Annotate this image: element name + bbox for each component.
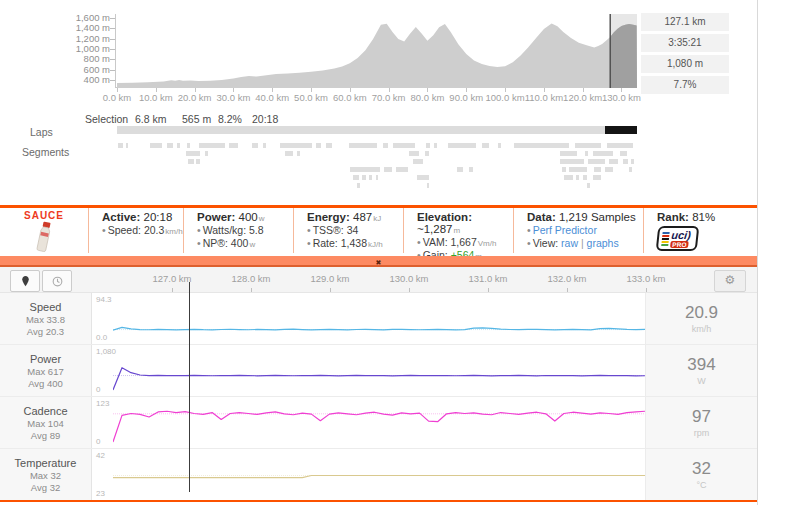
view-graphs-link[interactable]: graphs [587,237,619,249]
segment-effort-bar[interactable] [409,151,419,156]
cadence-line-chart[interactable] [113,401,645,444]
view-raw-link[interactable]: raw [561,237,578,249]
segment-effort-bar[interactable] [413,159,423,164]
segment-effort-bar[interactable] [188,159,194,164]
segment-effort-bar[interactable] [326,143,332,148]
map-marker-button[interactable] [10,270,40,292]
segment-effort-bar[interactable] [588,159,605,164]
segment-effort-bar[interactable] [150,143,162,148]
segment-effort-bar[interactable] [196,159,200,164]
elevation-y-tick: 800 m [58,54,110,64]
segment-effort-bar[interactable] [417,175,429,180]
segment-effort-bar[interactable] [393,143,415,148]
segment-effort-bar[interactable] [126,143,128,148]
segment-effort-bar[interactable] [425,151,429,156]
collapse-icon[interactable]: ✖ [376,259,382,266]
segment-effort-bar[interactable] [434,143,437,148]
segment-effort-bar[interactable] [560,159,584,164]
segment-effort-bar[interactable] [263,143,266,148]
stream-ymax-label: 123 [96,399,109,408]
segment-effort-bar[interactable] [607,143,633,148]
elevation-x-tickmark [505,88,506,92]
settings-gear-button[interactable]: ⚙ [714,270,746,292]
segment-effort-bar[interactable] [350,167,380,172]
laps-bar[interactable] [117,126,637,134]
graph-x-tickmark [172,288,173,292]
lap-segment[interactable] [117,126,605,134]
segment-effort-bar[interactable] [469,167,473,172]
segment-effort-bar[interactable] [593,175,601,180]
segment-effort-bar[interactable] [569,167,587,172]
segment-effort-bar[interactable] [177,143,180,148]
elevation-overview-section: Selection 6.8 km 565 m 8.2% 20:18 Laps S… [0,0,757,205]
segment-effort-bar[interactable] [205,151,208,156]
segment-effort-bar[interactable] [620,151,627,156]
segment-effort-bar[interactable] [457,167,463,172]
segment-effort-bar[interactable] [349,143,377,148]
elevation-x-tickmark [195,88,196,92]
stream-chart-cell[interactable]: 1,0800 [92,345,645,396]
segment-effort-bar[interactable] [576,175,579,180]
stat-label: Data: [527,211,556,223]
segment-effort-bar[interactable] [353,175,359,180]
segment-effort-bar[interactable] [564,175,573,180]
segment-effort-bar[interactable] [631,159,634,164]
stream-avg: Avg 400 [28,378,63,389]
segment-effort-bar[interactable] [229,143,238,148]
segment-effort-bar[interactable] [297,151,300,156]
segment-effort-bar[interactable] [167,143,173,148]
segment-effort-bar[interactable] [514,143,569,148]
power-line-chart[interactable] [113,349,645,392]
segment-effort-bar[interactable] [629,167,632,172]
segment-effort-bar[interactable] [593,151,613,156]
temperature-line-chart[interactable] [113,453,645,496]
segment-effort-bar[interactable] [187,143,190,148]
selection-elevation: 565 m [182,113,211,125]
segment-effort-bar[interactable] [186,151,200,156]
segment-effort-bar[interactable] [587,183,590,188]
segment-effort-bar[interactable] [376,175,378,180]
segment-effort-bar[interactable] [585,151,588,156]
segment-effort-bar[interactable] [605,167,613,172]
speed-line-chart[interactable] [113,297,645,340]
segment-effort-bar[interactable] [252,143,258,148]
segment-effort-bar[interactable] [383,143,388,148]
segment-effort-bar[interactable] [118,143,123,148]
segment-effort-bar[interactable] [609,159,618,164]
segment-effort-bar[interactable] [583,175,587,180]
stream-value-cell: 394W [645,345,757,396]
segment-effort-bar[interactable] [575,143,601,148]
segment-effort-bar[interactable] [426,143,430,148]
segment-effort-bar[interactable] [427,183,429,188]
segment-effort-bar[interactable] [285,151,293,156]
time-button[interactable] [42,270,72,292]
chart-cursor-line[interactable] [189,282,190,492]
segment-effort-bar[interactable] [623,159,628,164]
graph-x-tickmark [330,288,331,292]
stream-chart-cell[interactable]: 94.30.0 [92,293,645,344]
segment-effort-bar[interactable] [498,143,501,148]
collapse-strip[interactable]: ✖ [0,256,757,267]
segment-effort-bar[interactable] [357,183,360,188]
segment-effort-bar[interactable] [448,143,476,148]
segment-effort-bar[interactable] [280,143,312,148]
lap-segment[interactable] [605,126,637,134]
stream-chart-cell[interactable]: 1230 [92,397,645,448]
segment-effort-bar[interactable] [369,175,372,180]
segment-effort-bar[interactable] [562,167,566,172]
stat-label: Speed: [108,224,144,236]
perf-predictor-link[interactable]: Perf Predictor [533,224,597,236]
elevation-profile-chart[interactable] [117,14,637,88]
stat-label: Watts/kg: [203,224,249,236]
segment-effort-bar[interactable] [199,143,225,148]
segment-effort-bar[interactable] [396,167,408,172]
stream-chart-cell[interactable]: 4223 [92,449,645,500]
segment-effort-bar[interactable] [316,143,321,148]
stat-item: •VAM: 1,667Vm/h [417,236,513,248]
segment-effort-bar[interactable] [482,143,489,148]
segment-effort-bar[interactable] [384,167,392,172]
uci-pro-text: PRO [670,241,689,248]
segment-effort-bar[interactable] [560,151,577,156]
segment-effort-bar[interactable] [594,167,601,172]
segment-effort-bar[interactable] [362,175,366,180]
